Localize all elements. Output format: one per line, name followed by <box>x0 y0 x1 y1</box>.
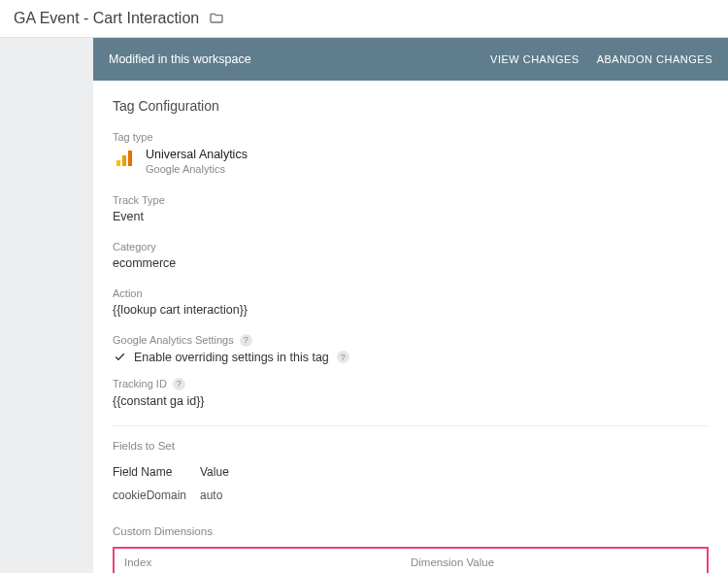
abandon-changes-button[interactable]: ABANDON CHANGES <box>597 53 712 65</box>
workspace: Modified in this workspace VIEW CHANGES … <box>0 38 728 573</box>
divider <box>113 425 709 426</box>
track-type-label: Track Type <box>113 194 709 206</box>
dim-header-index: Index <box>124 556 411 568</box>
svg-rect-2 <box>128 151 132 166</box>
help-icon[interactable]: ? <box>337 351 349 363</box>
help-icon[interactable]: ? <box>173 378 185 390</box>
folder-icon[interactable] <box>209 11 224 26</box>
fields-header-name: Field Name <box>113 465 200 479</box>
track-type-value: Event <box>113 210 709 223</box>
override-settings-row: Enable overriding settings in this tag ? <box>113 351 709 364</box>
google-analytics-icon <box>113 147 136 170</box>
banner-message: Modified in this workspace <box>109 52 251 66</box>
tag-configuration-card[interactable]: Tag Configuration Tag type Universal Ana… <box>93 81 728 573</box>
custom-dimensions-highlight: Index Dimension Value 4 {{js bucket max … <box>113 547 709 573</box>
checkmark-icon <box>113 351 126 363</box>
override-settings-label: Enable overriding settings in this tag <box>134 351 329 364</box>
tag-type-name: Universal Analytics <box>146 147 248 162</box>
fields-to-set-label: Fields to Set <box>113 440 709 452</box>
view-changes-button[interactable]: VIEW CHANGES <box>490 53 579 65</box>
category-value: ecommerce <box>113 256 709 270</box>
fields-header-value: Value <box>200 465 709 479</box>
tracking-id-label-text: Tracking ID <box>113 378 167 389</box>
category-label: Category <box>113 241 709 253</box>
fields-to-set-table: Field Name Value cookieDomain auto <box>113 461 709 508</box>
action-label: Action <box>113 287 709 299</box>
tracking-id-label: Tracking ID ? <box>113 378 709 390</box>
svg-rect-1 <box>122 155 126 166</box>
tag-type-label: Tag type <box>113 131 709 143</box>
ga-settings-label-text: Google Analytics Settings <box>113 334 234 346</box>
card-title: Tag Configuration <box>113 98 709 114</box>
tag-type-sub: Google Analytics <box>146 162 248 176</box>
svg-rect-0 <box>116 160 120 166</box>
help-icon[interactable]: ? <box>240 334 252 347</box>
page-title: GA Event - Cart Interaction <box>14 10 199 27</box>
topbar: GA Event - Cart Interaction <box>0 0 728 38</box>
action-value: {{lookup cart interaction}} <box>113 303 709 317</box>
modified-banner: Modified in this workspace VIEW CHANGES … <box>93 38 728 81</box>
tracking-id-value: {{constant ga id}} <box>113 394 709 408</box>
custom-dimensions-label: Custom Dimensions <box>113 525 709 537</box>
ga-settings-label: Google Analytics Settings ? <box>113 334 709 347</box>
table-row: cookieDomain auto <box>113 483 709 508</box>
field-name-cell: cookieDomain <box>113 489 200 502</box>
dim-header-value: Dimension Value <box>411 556 697 568</box>
field-value-cell: auto <box>200 489 709 502</box>
